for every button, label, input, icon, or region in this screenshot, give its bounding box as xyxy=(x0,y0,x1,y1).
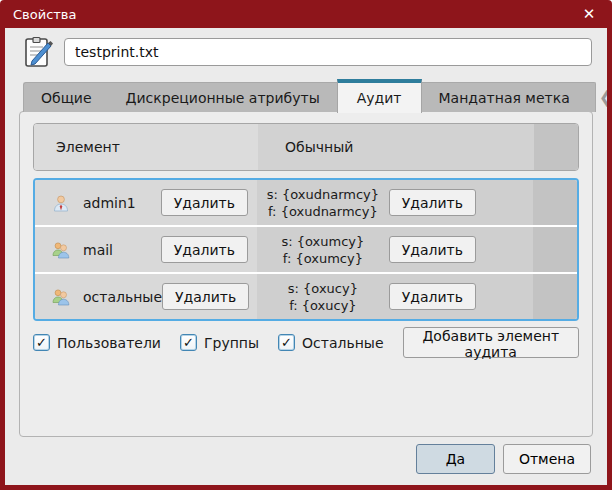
tab-signature[interactable]: Подпись xyxy=(587,82,596,112)
success-flags: s: {oxudnarmcy} xyxy=(257,186,389,203)
table-header: Элемент Обычный xyxy=(33,123,579,171)
dialog-body: Общие Дискреционные атрибуты Аудит Манда… xyxy=(5,28,607,485)
properties-dialog: Свойства ✕ Общие Дискреционные атрибуты … xyxy=(0,0,612,490)
table-row[interactable]: mail Удалить s: {oxumcy} f: {oxumcy} Уда… xyxy=(35,227,577,272)
dialog-footer: Да Отмена xyxy=(5,444,591,474)
audit-entry-name: admin1 xyxy=(83,195,136,211)
audit-entry-name: mail xyxy=(83,242,113,258)
checkbox-users[interactable]: ✓ Пользователи xyxy=(33,334,161,351)
delete-element-button[interactable]: Удалить xyxy=(161,189,248,216)
cancel-button[interactable]: Отмена xyxy=(503,444,591,474)
user-icon xyxy=(52,194,70,212)
titlebar[interactable]: Свойства ✕ xyxy=(5,0,607,28)
row-extra-cell xyxy=(533,180,577,225)
table-row[interactable]: admin1 Удалить s: {oxudnarmcy} f: {oxudn… xyxy=(35,180,577,225)
audit-tab-panel: Элемент Обычный admin1 Удалить xyxy=(19,111,593,437)
tab-general[interactable]: Общие xyxy=(23,82,109,112)
tab-bar: Общие Дискреционные атрибуты Аудит Манда… xyxy=(23,78,597,112)
filename-input[interactable] xyxy=(64,38,592,66)
column-header-regular: Обычный xyxy=(258,124,534,170)
window-title: Свойства xyxy=(13,7,575,22)
ok-button[interactable]: Да xyxy=(416,444,495,474)
failure-flags: f: {oxumcy} xyxy=(257,250,389,267)
tab-discretionary-attributes[interactable]: Дискреционные атрибуты xyxy=(109,82,337,112)
failure-flags: f: {oxucy} xyxy=(257,297,389,314)
row-extra-cell xyxy=(533,227,577,272)
audit-rows-container: admin1 Удалить s: {oxudnarmcy} f: {oxudn… xyxy=(33,178,579,321)
audit-flags: s: {oxumcy} f: {oxumcy} xyxy=(257,233,389,267)
tab-scroll-left-icon[interactable]: ❮ xyxy=(596,89,607,112)
delete-audit-button[interactable]: Удалить xyxy=(389,283,476,310)
success-flags: s: {oxumcy} xyxy=(257,233,389,250)
checkbox-label: Группы xyxy=(204,335,259,351)
group-icon xyxy=(52,288,70,306)
checkbox-checked-icon[interactable]: ✓ xyxy=(180,334,197,351)
add-audit-element-button[interactable]: Добавить элемент аудита xyxy=(403,327,579,358)
filter-row: ✓ Пользователи ✓ Группы ✓ Остальные Доба… xyxy=(33,327,579,358)
delete-element-button[interactable]: Удалить xyxy=(161,236,248,263)
failure-flags: f: {oxudnarmcy} xyxy=(257,203,389,220)
checkbox-checked-icon[interactable]: ✓ xyxy=(33,334,50,351)
checkbox-label: Остальные xyxy=(302,335,383,351)
column-header-extra xyxy=(534,124,578,170)
audit-entry-name: остальные xyxy=(83,289,162,305)
checkbox-others[interactable]: ✓ Остальные xyxy=(278,334,383,351)
audit-flags: s: {oxudnarmcy} f: {oxudnarmcy} xyxy=(257,186,389,220)
file-header xyxy=(5,28,607,69)
checkbox-label: Пользователи xyxy=(57,335,161,351)
edit-document-icon xyxy=(22,36,55,69)
checkbox-groups[interactable]: ✓ Группы xyxy=(180,334,259,351)
tab-mandatory-label[interactable]: Мандатная метка xyxy=(422,82,587,112)
table-row[interactable]: остальные Удалить s: {oxucy} f: {oxucy} … xyxy=(35,274,577,319)
checkbox-checked-icon[interactable]: ✓ xyxy=(278,334,295,351)
delete-audit-button[interactable]: Удалить xyxy=(389,236,476,263)
success-flags: s: {oxucy} xyxy=(257,280,389,297)
tab-audit[interactable]: Аудит xyxy=(337,79,422,113)
delete-audit-button[interactable]: Удалить xyxy=(389,189,476,216)
delete-element-button[interactable]: Удалить xyxy=(162,283,249,310)
close-icon[interactable]: ✕ xyxy=(575,2,603,26)
row-extra-cell xyxy=(533,274,577,319)
column-header-element: Элемент xyxy=(34,124,258,170)
group-icon xyxy=(52,241,70,259)
audit-flags: s: {oxucy} f: {oxucy} xyxy=(257,280,389,314)
